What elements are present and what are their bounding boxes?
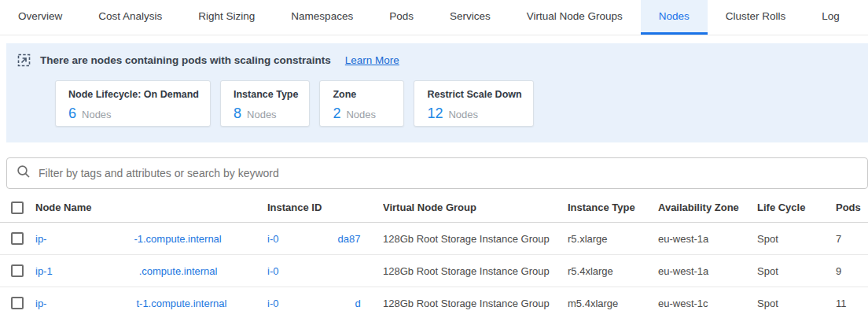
- tab-right-sizing[interactable]: Right Sizing: [180, 0, 273, 35]
- tab-cost-analysis[interactable]: Cost Analysis: [80, 0, 180, 35]
- redacted-text: [278, 297, 355, 309]
- card-instance-type[interactable]: Instance Type 8 Nodes: [220, 80, 310, 127]
- redacted-text: [278, 264, 341, 277]
- instance-id-link[interactable]: i-0: [267, 264, 383, 277]
- virtual-node-group-value: 128Gb Root Storage Instance Group: [383, 233, 568, 245]
- card-value: 6: [68, 105, 76, 122]
- row-checkbox[interactable]: [11, 297, 24, 309]
- instance-id-fragment: d: [355, 298, 360, 309]
- availability-zone-value: eu-west-1a: [658, 233, 757, 245]
- scaling-constraint-icon: [17, 54, 31, 67]
- table-row: ip- t-1.compute.internal i-0 d 128Gb Roo…: [0, 287, 868, 318]
- card-node-lifecycle[interactable]: Node Lifecycle: On Demand 6 Nodes: [55, 80, 211, 127]
- scaling-constraints-banner: There are nodes containing pods with sca…: [6, 43, 868, 142]
- pods-count: 7: [836, 233, 868, 245]
- card-title: Zone: [333, 89, 392, 100]
- tab-overview[interactable]: Overview: [0, 0, 80, 35]
- card-value: 12: [427, 105, 443, 122]
- node-name-fragment: .compute.internal: [139, 265, 218, 277]
- node-name-fragment: ip-: [35, 233, 46, 245]
- node-name-link[interactable]: ip- t-1.compute.internal: [35, 297, 267, 309]
- redacted-text: [46, 297, 136, 309]
- table-header-row: Node Name Instance ID Virtual Node Group…: [0, 193, 868, 223]
- card-title: Instance Type: [234, 89, 298, 100]
- node-name-link[interactable]: ip- -1.compute.internal: [35, 232, 267, 245]
- node-name-link[interactable]: ip-1 .compute.internal: [35, 264, 267, 277]
- redacted-text: [278, 232, 337, 245]
- card-unit: Nodes: [346, 109, 376, 120]
- col-virtual-node-group: Virtual Node Group: [383, 202, 568, 213]
- virtual-node-group-value: 128Gb Root Storage Instance Group: [383, 265, 568, 277]
- instance-id-fragment: i-0: [267, 298, 278, 309]
- card-unit: Nodes: [82, 109, 112, 120]
- card-restrict-scale-down[interactable]: Restrict Scale Down 12 Nodes: [414, 80, 533, 127]
- instance-type-value: m5.4xlarge: [568, 298, 658, 309]
- banner-message: There are nodes containing pods with sca…: [40, 54, 331, 66]
- instance-id-link[interactable]: i-0 d: [267, 297, 383, 309]
- availability-zone-value: eu-west-1a: [658, 265, 757, 277]
- node-name-fragment: t-1.compute.internal: [136, 298, 226, 309]
- col-life-cycle: Life Cycle: [757, 202, 836, 213]
- instance-id-fragment: i-0: [267, 233, 278, 245]
- search-icon: [17, 165, 31, 182]
- card-unit: Nodes: [448, 109, 478, 120]
- pods-count: 9: [836, 265, 868, 277]
- col-pods: Pods: [836, 202, 868, 213]
- select-all-checkbox[interactable]: [11, 202, 24, 214]
- pods-count: 11: [836, 298, 868, 309]
- node-name-fragment: -1.compute.internal: [134, 233, 221, 245]
- redacted-text: [53, 264, 139, 277]
- virtual-node-group-value: 128Gb Root Storage Instance Group: [383, 298, 568, 309]
- col-availability-zone: Availability Zone: [658, 202, 757, 213]
- availability-zone-value: eu-west-1c: [658, 298, 757, 309]
- instance-id-link[interactable]: i-0 da87: [267, 232, 383, 245]
- card-unit: Nodes: [247, 109, 277, 120]
- tab-cluster-rolls[interactable]: Cluster Rolls: [708, 0, 804, 35]
- tab-pods[interactable]: Pods: [371, 0, 432, 35]
- tab-log[interactable]: Log: [804, 0, 858, 35]
- table-row: ip-1 .compute.internal i-0 128Gb Root St…: [0, 255, 868, 287]
- life-cycle-value: Spot: [757, 298, 836, 309]
- card-zone[interactable]: Zone 2 Nodes: [319, 80, 404, 127]
- tab-nodes[interactable]: Nodes: [641, 0, 708, 35]
- row-checkbox[interactable]: [11, 232, 24, 245]
- row-checkbox[interactable]: [11, 264, 24, 277]
- tab-bar: Overview Cost Analysis Right Sizing Name…: [0, 0, 868, 35]
- card-title: Restrict Scale Down: [427, 89, 521, 100]
- tab-virtual-node-groups[interactable]: Virtual Node Groups: [509, 0, 641, 35]
- instance-id-fragment: i-0: [267, 265, 278, 277]
- node-name-fragment: ip-1: [35, 265, 53, 277]
- card-title: Node Lifecycle: On Demand: [68, 89, 199, 100]
- col-node-name: Node Name: [35, 202, 267, 213]
- tab-services[interactable]: Services: [432, 0, 509, 35]
- learn-more-link[interactable]: Learn More: [345, 54, 399, 66]
- redacted-text: [46, 232, 134, 245]
- life-cycle-value: Spot: [757, 265, 836, 277]
- search-input[interactable]: [39, 167, 858, 179]
- card-value: 8: [234, 105, 241, 122]
- nodes-table: Node Name Instance ID Virtual Node Group…: [0, 193, 868, 318]
- instance-type-value: r5.4xlarge: [568, 265, 658, 277]
- filter-search-bar: [6, 157, 868, 189]
- instance-type-value: r5.xlarge: [568, 233, 658, 245]
- card-value: 2: [333, 105, 340, 122]
- col-instance-id: Instance ID: [267, 202, 383, 213]
- tab-namespaces[interactable]: Namespaces: [273, 0, 371, 35]
- node-name-fragment: ip-: [35, 298, 46, 309]
- table-row: ip- -1.compute.internal i-0 da87 128Gb R…: [0, 223, 868, 255]
- constraint-cards: Node Lifecycle: On Demand 6 Nodes Instan…: [55, 80, 868, 127]
- instance-id-fragment: da87: [337, 233, 360, 245]
- col-instance-type: Instance Type: [568, 202, 658, 213]
- life-cycle-value: Spot: [757, 233, 836, 245]
